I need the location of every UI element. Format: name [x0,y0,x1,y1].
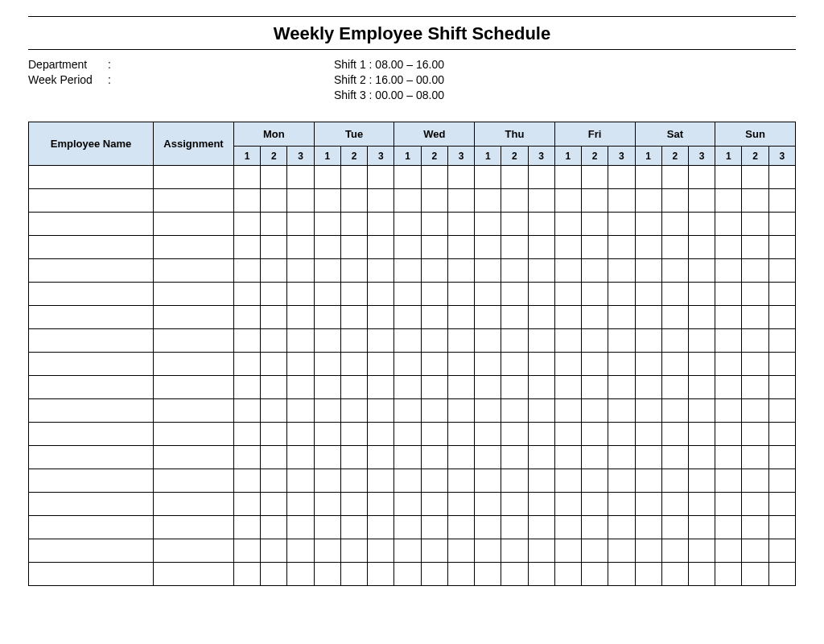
table-cell[interactable] [394,423,421,446]
table-cell[interactable] [340,469,367,493]
table-cell[interactable] [340,259,367,283]
table-cell[interactable] [261,399,287,423]
table-cell[interactable] [528,236,554,259]
table-cell[interactable] [768,376,795,399]
table-cell[interactable] [447,306,474,329]
table-cell[interactable] [340,329,367,353]
table-cell[interactable] [635,446,661,469]
table-cell[interactable] [528,563,554,586]
table-cell[interactable] [447,493,474,516]
table-cell[interactable] [287,353,314,376]
table-cell[interactable] [661,259,688,283]
table-cell[interactable] [608,399,635,423]
table-cell[interactable] [768,539,795,563]
table-cell[interactable] [154,446,234,469]
table-cell[interactable] [287,516,314,539]
table-cell[interactable] [340,376,367,399]
table-cell[interactable] [661,469,688,493]
table-cell[interactable] [447,353,474,376]
table-cell[interactable] [234,469,261,493]
table-cell[interactable] [261,236,287,259]
table-cell[interactable] [234,189,261,213]
table-cell[interactable] [368,469,394,493]
table-cell[interactable] [582,563,608,586]
table-cell[interactable] [688,306,715,329]
table-cell[interactable] [29,563,154,586]
table-cell[interactable] [768,446,795,469]
table-cell[interactable] [368,493,394,516]
table-cell[interactable] [688,516,715,539]
table-cell[interactable] [635,189,661,213]
table-cell[interactable] [501,189,528,213]
table-cell[interactable] [447,539,474,563]
table-cell[interactable] [768,399,795,423]
table-cell[interactable] [287,236,314,259]
table-cell[interactable] [261,329,287,353]
table-cell[interactable] [661,539,688,563]
table-cell[interactable] [635,516,661,539]
table-cell[interactable] [554,259,581,283]
table-cell[interactable] [742,166,768,189]
table-cell[interactable] [582,283,608,306]
table-cell[interactable] [287,493,314,516]
table-cell[interactable] [154,469,234,493]
table-cell[interactable] [261,493,287,516]
table-cell[interactable] [394,166,421,189]
table-cell[interactable] [368,539,394,563]
table-cell[interactable] [661,493,688,516]
table-cell[interactable] [421,306,447,329]
table-cell[interactable] [582,213,608,236]
table-cell[interactable] [635,423,661,446]
table-cell[interactable] [287,283,314,306]
table-cell[interactable] [715,423,742,446]
table-cell[interactable] [447,166,474,189]
table-cell[interactable] [661,306,688,329]
table-cell[interactable] [608,236,635,259]
table-cell[interactable] [635,213,661,236]
table-cell[interactable] [661,283,688,306]
table-cell[interactable] [661,399,688,423]
table-cell[interactable] [608,329,635,353]
table-cell[interactable] [742,493,768,516]
table-cell[interactable] [635,283,661,306]
table-cell[interactable] [554,539,581,563]
table-cell[interactable] [314,329,340,353]
table-cell[interactable] [447,399,474,423]
table-cell[interactable] [608,376,635,399]
table-cell[interactable] [715,563,742,586]
table-cell[interactable] [287,563,314,586]
table-cell[interactable] [635,493,661,516]
table-cell[interactable] [234,539,261,563]
table-cell[interactable] [261,563,287,586]
table-cell[interactable] [635,353,661,376]
table-cell[interactable] [29,539,154,563]
table-cell[interactable] [501,283,528,306]
table-cell[interactable] [688,189,715,213]
table-cell[interactable] [768,516,795,539]
table-cell[interactable] [501,539,528,563]
table-cell[interactable] [368,399,394,423]
table-cell[interactable] [688,376,715,399]
table-cell[interactable] [368,563,394,586]
table-cell[interactable] [742,563,768,586]
table-cell[interactable] [394,539,421,563]
table-cell[interactable] [742,446,768,469]
table-cell[interactable] [475,399,501,423]
table-cell[interactable] [394,306,421,329]
table-cell[interactable] [501,376,528,399]
table-cell[interactable] [154,236,234,259]
table-cell[interactable] [501,353,528,376]
table-cell[interactable] [261,306,287,329]
table-cell[interactable] [715,353,742,376]
table-cell[interactable] [287,446,314,469]
table-cell[interactable] [287,213,314,236]
table-cell[interactable] [234,259,261,283]
table-cell[interactable] [768,563,795,586]
table-cell[interactable] [29,516,154,539]
table-cell[interactable] [394,236,421,259]
table-cell[interactable] [261,539,287,563]
table-cell[interactable] [501,166,528,189]
table-cell[interactable] [314,353,340,376]
table-cell[interactable] [340,539,367,563]
table-cell[interactable] [715,493,742,516]
